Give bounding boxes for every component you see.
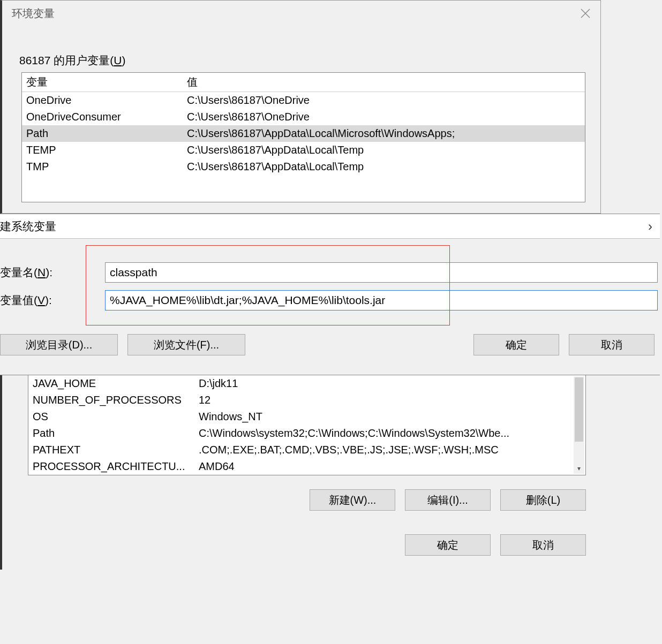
table-row[interactable]: PathC:\Windows\system32;C:\Windows;C:\Wi… (28, 425, 585, 442)
table-row[interactable]: NUMBER_OF_PROCESSORS12 (28, 392, 585, 408)
variable-name-input[interactable] (105, 262, 658, 283)
cell-value: C:\Users\86187\AppData\Local\Microsoft\W… (183, 125, 585, 142)
subdialog-ok-button[interactable]: 确定 (473, 334, 559, 355)
browse-file-button[interactable]: 浏览文件(F)... (127, 334, 245, 355)
subdialog-cancel-button[interactable]: 取消 (569, 334, 655, 355)
ok-button[interactable]: 确定 (405, 534, 491, 556)
env-vars-dialog: 环境变量 86187 的用户变量(U) 变量 值 OneDriveC:\User… (0, 0, 601, 214)
user-vars-table[interactable]: 变量 值 OneDriveC:\Users\86187\OneDriveOneD… (21, 72, 585, 202)
cell-variable: Path (22, 125, 183, 142)
user-vars-group-label: 86187 的用户变量(U) (19, 53, 600, 68)
scroll-thumb[interactable] (575, 377, 583, 442)
chevron-right-icon[interactable]: › (648, 219, 652, 234)
cell-value: AMD64 (194, 458, 573, 475)
cell-variable: OneDriveConsumer (22, 109, 183, 125)
table-row[interactable]: OneDriveConsumerC:\Users\86187\OneDrive (22, 109, 585, 125)
highlight-box (86, 245, 450, 325)
column-header-variable[interactable]: 变量 (22, 73, 183, 92)
cell-variable: TMP (22, 158, 183, 175)
scroll-down-icon[interactable]: ▾ (574, 463, 584, 474)
table-row[interactable]: PATHEXT.COM;.EXE;.BAT;.CMD;.VBS;.VBE;.JS… (28, 442, 585, 458)
cell-value: Windows_NT (194, 408, 573, 425)
table-header: 变量 值 (22, 73, 585, 92)
column-header-value[interactable]: 值 (183, 73, 585, 92)
cell-variable: Path (28, 425, 194, 442)
table-row[interactable]: OneDriveC:\Users\86187\OneDrive (22, 92, 585, 109)
variable-value-input[interactable] (105, 290, 658, 310)
cell-value: 12 (194, 392, 573, 408)
cell-variable: OneDrive (22, 92, 183, 109)
close-icon[interactable] (575, 3, 596, 24)
table-row[interactable]: OSWindows_NT (28, 408, 585, 425)
table-row[interactable]: PathC:\Users\86187\AppData\Local\Microso… (22, 125, 585, 142)
cell-variable: JAVA_HOME (28, 375, 194, 392)
cell-variable: TEMP (22, 142, 183, 158)
edit-button[interactable]: 编辑(I)... (405, 489, 491, 511)
table-row[interactable]: TMPC:\Users\86187\AppData\Local\Temp (22, 158, 585, 175)
system-vars-table[interactable]: JAVA_HOMED:\jdk11NUMBER_OF_PROCESSORS12O… (28, 375, 586, 475)
cell-value: C:\Users\86187\AppData\Local\Temp (183, 158, 585, 175)
subdialog-title: 建系统变量 (0, 219, 56, 234)
cell-value: C:\Users\86187\OneDrive (183, 109, 585, 125)
new-button[interactable]: 新建(W)... (310, 489, 395, 511)
delete-button[interactable]: 删除(L) (500, 489, 586, 511)
cell-value: .COM;.EXE;.BAT;.CMD;.VBS;.VBE;.JS;.JSE;.… (194, 442, 573, 458)
cell-variable: OS (28, 408, 194, 425)
cell-variable: NUMBER_OF_PROCESSORS (28, 392, 194, 408)
cell-value: C:\Windows\system32;C:\Windows;C:\Window… (194, 425, 573, 442)
cell-value: D:\jdk11 (194, 375, 573, 392)
titlebar: 环境变量 (2, 1, 600, 26)
dialog-title: 环境变量 (12, 6, 55, 21)
system-vars-section: JAVA_HOMED:\jdk11NUMBER_OF_PROCESSORS12O… (0, 375, 601, 570)
new-system-variable-dialog: 建系统变量 › 变量名(N): 变量值(V): 浏览目录(D)... 浏览文件(… (0, 214, 660, 375)
variable-name-label: 变量名(N): (0, 265, 105, 280)
table-row[interactable]: PROCESSOR_ARCHITECTU...AMD64 (28, 458, 585, 475)
cancel-button[interactable]: 取消 (500, 534, 586, 556)
subdialog-titlebar: 建系统变量 › (0, 214, 660, 239)
cell-variable: PROCESSOR_ARCHITECTU... (28, 458, 194, 475)
cell-value: C:\Users\86187\OneDrive (183, 92, 585, 109)
browse-directory-button[interactable]: 浏览目录(D)... (0, 334, 118, 355)
table-row[interactable]: TEMPC:\Users\86187\AppData\Local\Temp (22, 142, 585, 158)
cell-value: C:\Users\86187\AppData\Local\Temp (183, 142, 585, 158)
variable-value-label: 变量值(V): (0, 293, 105, 308)
table-row[interactable]: JAVA_HOMED:\jdk11 (28, 375, 585, 392)
cell-variable: PATHEXT (28, 442, 194, 458)
scrollbar[interactable]: ▾ (574, 376, 584, 474)
